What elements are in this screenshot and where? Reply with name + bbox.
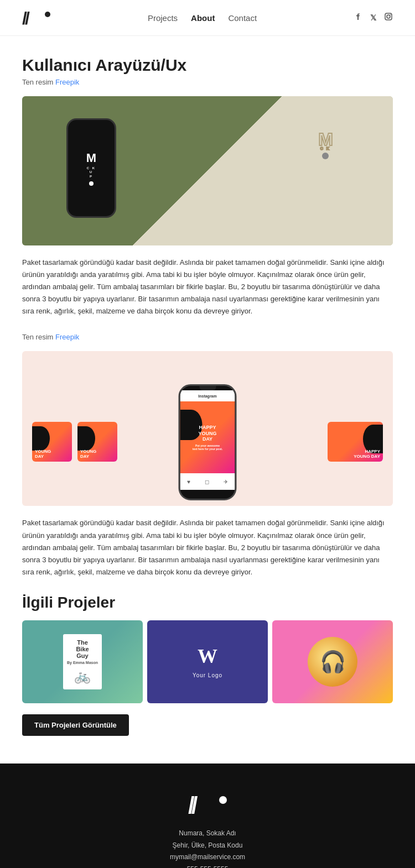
- phone-mockup-1: M C KUP: [66, 118, 116, 218]
- footer-address: Numara, Sokak Adı Şehir, Ülke, Posta Kod…: [170, 828, 245, 868]
- related-section-title: İlgili Projeler: [22, 594, 393, 611]
- logo-icon: W: [198, 645, 217, 668]
- logo[interactable]: //: [22, 8, 51, 28]
- page-title: Kullanıcı Arayüzü/Ux: [22, 56, 393, 75]
- social-card-1: YOUNG DAY: [32, 422, 72, 462]
- logo-card-inner: W Your Logo: [193, 645, 222, 678]
- nav-projects[interactable]: Projects: [148, 13, 178, 23]
- facebook-icon[interactable]: [354, 12, 362, 23]
- svg-point-1: [45, 12, 50, 17]
- phone-bottom: ♥◻✈: [180, 473, 235, 490]
- card3-text: HAPPYYOUNG DAY: [330, 449, 380, 459]
- source-prefix-1: Ten resim: [22, 78, 53, 86]
- footer-phone: 555-555-5555: [170, 864, 245, 868]
- phone-feed-text: HAPPYYOUNGDAY: [198, 425, 216, 442]
- social-card-3: HAPPYYOUNG DAY: [328, 422, 383, 462]
- source-label-1: Ten resim Freepik: [22, 78, 393, 86]
- svg-rect-2: [385, 13, 392, 20]
- source-prefix-2: Ten resim: [22, 333, 53, 341]
- instagram-icon[interactable]: [384, 12, 393, 23]
- mockup-image-1: M C KUP M C K: [22, 96, 393, 245]
- related-card-book[interactable]: TheBikeGuy By Emma Mason 🚲: [22, 620, 143, 703]
- source-label-2: Ten resim Freepik: [22, 333, 393, 341]
- footer-email: mymail@mailservice.com: [170, 851, 245, 864]
- main-content: Kullanıcı Arayüzü/Ux Ten resim Freepik M…: [0, 36, 415, 758]
- footer: // Numara, Sokak Adı Şehir, Ülke, Posta …: [0, 764, 415, 868]
- description-2: Paket tasarlamak göründüğü kadar basit d…: [22, 517, 393, 578]
- phone-header: Instagram: [180, 390, 235, 401]
- social-card-2: YOUNG DAY: [77, 422, 117, 462]
- nav-contact[interactable]: Contact: [228, 13, 257, 23]
- project-image-2: YOUNG DAY YOUNG DAY Instagram HAPPYYOUNG…: [22, 351, 393, 506]
- svg-point-6: [219, 796, 227, 804]
- svg-point-4: [390, 14, 391, 15]
- project-image-1: M C KUP M C K: [22, 96, 393, 245]
- svg-point-3: [387, 15, 390, 18]
- related-card-headphones[interactable]: 🎧: [272, 620, 393, 703]
- view-all-button[interactable]: Tüm Projeleri Görüntüle: [22, 714, 129, 736]
- headphone-visual: 🎧: [308, 637, 357, 687]
- card2-text: YOUNG DAY: [80, 449, 115, 459]
- headphone-icon: 🎧: [320, 650, 346, 674]
- footer-address-line1: Numara, Sokak Adı: [170, 828, 245, 840]
- logo-label: Your Logo: [193, 672, 222, 678]
- social-links: 𝕏: [354, 12, 393, 23]
- nav-links: Projects About Contact: [148, 13, 257, 23]
- related-card-logo[interactable]: W Your Logo: [147, 620, 268, 703]
- mock-logo-right: M C K: [318, 129, 332, 159]
- phone-notch: [199, 386, 216, 390]
- footer-address-line2: Şehir, Ülke, Posta Kodu: [170, 840, 245, 852]
- svg-text://: //: [22, 8, 30, 28]
- twitter-x-icon[interactable]: 𝕏: [370, 13, 376, 22]
- source-link-2[interactable]: Freepik: [55, 333, 79, 341]
- svg-text://: //: [188, 792, 198, 817]
- description-1: Paket tasarlamak göründüğü kadar basit d…: [22, 257, 393, 317]
- card1-text: YOUNG DAY: [35, 449, 69, 459]
- navbar: // Projects About Contact 𝕏: [0, 0, 415, 36]
- phone-screen-1: M C KUP: [86, 150, 96, 186]
- phone-feed: HAPPYYOUNGDAY Put your awesometext here …: [180, 401, 235, 473]
- source-link-1[interactable]: Freepik: [55, 78, 79, 86]
- center-phone: Instagram HAPPYYOUNGDAY Put your awesome…: [179, 384, 237, 500]
- related-projects-grid: TheBikeGuy By Emma Mason 🚲 W Your Logo 🎧: [22, 620, 393, 703]
- book-cover: TheBikeGuy By Emma Mason 🚲: [63, 634, 102, 689]
- nav-about[interactable]: About: [191, 13, 215, 23]
- footer-logo: //: [188, 791, 227, 819]
